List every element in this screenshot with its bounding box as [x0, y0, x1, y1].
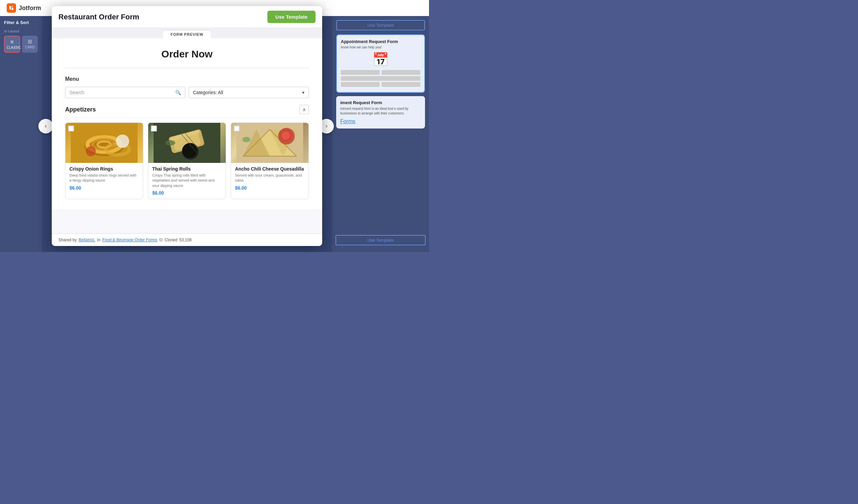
field-box-1 — [341, 70, 380, 75]
close-icon: ✕ — [325, 3, 332, 10]
search-row: Search 🔍 Categories: All ▾ — [65, 87, 309, 98]
food-checkbox-quesadilla[interactable] — [234, 126, 240, 131]
svg-point-17 — [165, 140, 175, 146]
svg-point-8 — [86, 146, 96, 156]
food-name-spring-rolls: Thai Spring Rolls — [152, 166, 222, 172]
food-checkbox-spring-rolls[interactable] — [151, 126, 157, 131]
right-sidebar: Use Template Appointment Request Form kn… — [332, 16, 429, 252]
food-info-onion-rings: Crispy Onion Rings Deep fried vidalia on… — [65, 163, 143, 194]
search-placeholder-text: Search — [69, 90, 173, 95]
food-desc-onion-rings: Deep fried vidalia onion rings served wi… — [69, 173, 139, 183]
food-card-spring-rolls: Thai Spring Rolls Crispy Thai spring rol… — [148, 123, 226, 199]
right-use-template-top-button[interactable]: Use Template — [336, 20, 425, 30]
form-content: Order Now Menu Search 🔍 Categories: All … — [52, 38, 322, 209]
categories-dropdown[interactable]: Categories: All ▾ — [189, 87, 309, 98]
section-title-appetizers: Appetizers — [65, 106, 96, 113]
svg-point-28 — [242, 137, 250, 142]
appetizers-section: Appetizers ∧ — [65, 105, 309, 199]
food-name-quesadilla: Ancho Chili Cheese Quesadilla — [235, 166, 304, 172]
right-use-template-bottom-button[interactable]: Use Template — [335, 235, 426, 245]
food-checkbox-onion-rings[interactable] — [68, 126, 74, 131]
field-box-4 — [382, 82, 420, 87]
section-header-appetizers: Appetizers ∧ — [65, 105, 309, 118]
form-preview-tab[interactable]: FORM PREVIEW — [162, 30, 212, 38]
filter-sort-label: Filter & Sort — [4, 20, 38, 25]
field-box-full-1 — [341, 76, 420, 81]
food-desc-spring-rolls: Crispy Thai spring rolls filled with veg… — [152, 173, 222, 188]
layout-card[interactable]: ⊞ CARD — [22, 36, 38, 53]
app-name: Jotform — [19, 5, 41, 12]
food-grid: Crispy Onion Rings Deep fried vidalia on… — [65, 123, 309, 199]
chevron-down-icon: ▾ — [302, 90, 304, 95]
food-price-spring-rolls: $6.00 — [152, 190, 222, 196]
form-title-section: Order Now — [65, 48, 309, 68]
right-card2-desc: intment request form is an ideal tool e … — [340, 107, 421, 116]
collapse-appetizers-button[interactable]: ∧ — [300, 105, 309, 114]
right-card-title: Appointment Request Form — [341, 39, 420, 44]
modal-dialog: Restaurant Order Form Use Template FORM … — [52, 6, 322, 246]
field-box-3 — [341, 82, 380, 87]
right-card-subtitle: know how we can help you! — [341, 45, 420, 49]
svg-rect-0 — [7, 3, 16, 13]
use-template-button[interactable]: Use Template — [267, 11, 316, 23]
shared-by-label: Shared by — [59, 238, 77, 242]
calendar-icon: 📅 — [341, 52, 420, 67]
food-image-onion-rings — [65, 123, 143, 163]
stack-icon: ⧉ — [159, 237, 163, 243]
layout-label: m Layout — [4, 29, 38, 33]
onion-rings-illustration — [65, 123, 143, 163]
food-card-quesadilla: Ancho Chili Cheese Quesadilla Served wit… — [231, 123, 309, 199]
cloned-label: Cloned — [164, 238, 177, 242]
right-card2: iment Request Form intment request form … — [336, 96, 425, 129]
food-price-onion-rings: $6.00 — [69, 185, 139, 191]
quesadilla-illustration — [231, 123, 308, 163]
collapse-icon: ∧ — [302, 107, 306, 112]
layout-classic[interactable]: ≡ CLASSIC — [4, 36, 20, 53]
modal-body[interactable]: Order Now Menu Search 🔍 Categories: All … — [52, 38, 322, 233]
right-card2-title: iment Request Form — [340, 100, 421, 105]
search-box[interactable]: Search 🔍 — [65, 87, 185, 98]
jotform-logo: Jotform — [7, 3, 41, 13]
modal-footer: Shared by BellatrixL in Food & Beverage … — [52, 233, 322, 246]
food-card-onion-rings: Crispy Onion Rings Deep fried vidalia on… — [65, 123, 143, 199]
modal-header: Restaurant Order Form Use Template — [52, 6, 322, 28]
form-main-title: Order Now — [65, 48, 309, 60]
right-card2-link[interactable]: Forms — [340, 118, 355, 124]
svg-point-7 — [116, 134, 129, 148]
right-arrow-icon: › — [325, 123, 328, 130]
left-arrow-icon: ‹ — [45, 123, 47, 130]
food-info-spring-rolls: Thai Spring Rolls Crispy Thai spring rol… — [148, 163, 226, 199]
categories-text: Categories: All — [193, 90, 223, 95]
modal-title: Restaurant Order Form — [59, 13, 139, 21]
search-icon: 🔍 — [175, 90, 181, 95]
menu-section: Menu Search 🔍 Categories: All ▾ — [65, 76, 309, 199]
food-desc-quesadilla: Served with sour cream, guacamole, and s… — [235, 173, 304, 183]
jotform-logo-icon — [7, 3, 16, 13]
esc-button[interactable]: ✕ ESC — [324, 3, 332, 14]
cloned-count: 53,108 — [179, 238, 192, 242]
food-image-spring-rolls — [148, 123, 226, 163]
form-fields-mock — [341, 70, 420, 87]
left-sidebar: Filter & Sort m Layout ≡ CLASSIC ⊞ CARD — [0, 16, 42, 252]
food-price-quesadilla: $6.00 — [235, 185, 304, 191]
category-link[interactable]: Food & Beverage Order Forms — [102, 238, 157, 242]
preview-tab-bar: FORM PREVIEW — [52, 28, 322, 38]
nav-arrow-left[interactable]: ‹ — [38, 119, 53, 133]
author-link[interactable]: BellatrixL — [79, 238, 95, 242]
food-info-quesadilla: Ancho Chili Cheese Quesadilla Served wit… — [231, 163, 308, 194]
layout-options: ≡ CLASSIC ⊞ CARD — [4, 36, 38, 53]
food-name-onion-rings: Crispy Onion Rings — [69, 166, 139, 172]
spring-rolls-illustration — [148, 123, 226, 163]
svg-point-27 — [282, 131, 290, 140]
right-appointment-card: Appointment Request Form know how we can… — [336, 34, 425, 93]
in-label: in — [97, 238, 100, 242]
food-image-quesadilla — [231, 123, 308, 163]
esc-label: ESC — [324, 10, 332, 14]
menu-label: Menu — [65, 76, 309, 82]
field-box-2 — [382, 70, 420, 75]
